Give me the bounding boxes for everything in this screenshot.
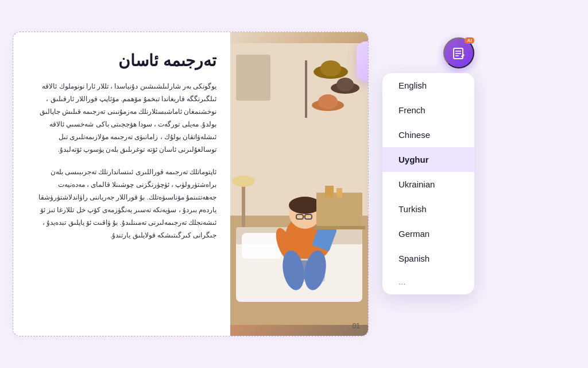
svg-rect-32: [336, 188, 342, 197]
language-option-chinese[interactable]: Chinese: [382, 122, 474, 147]
language-option-ukrainian[interactable]: Ukrainian: [382, 172, 474, 197]
image-panel: 01: [230, 32, 368, 336]
language-option-english[interactable]: English: [382, 73, 474, 98]
language-option-uyghur[interactable]: Uyghur: [382, 147, 474, 172]
document-image: [230, 32, 368, 336]
pdf-button[interactable]: PDF PDF: [357, 41, 369, 82]
svg-rect-13: [242, 233, 282, 259]
text-panel: تەرجىمە ئاسان يوگونكى بەر شارلىلشىشىن دۇ…: [13, 32, 230, 336]
language-option-turkish[interactable]: Turkish: [382, 197, 474, 221]
ai-section: AI: [443, 37, 474, 68]
svg-rect-3: [236, 55, 270, 101]
corner-handle-br[interactable]: [365, 333, 369, 336]
language-option-spanish[interactable]: Spanish: [382, 246, 474, 271]
illustration-svg: [230, 32, 368, 336]
edit-icon: [451, 45, 467, 61]
svg-point-10: [318, 94, 338, 109]
svg-point-6: [320, 60, 341, 76]
svg-point-15: [232, 175, 255, 187]
right-section: AI English French Chinese Uyghur Ukraini…: [382, 37, 474, 294]
svg-rect-4: [305, 60, 307, 118]
pdf-icon: PDF: [368, 48, 369, 68]
main-container: تەرجىمە ئاسان يوگونكى بەر شارلىلشىشىن دۇ…: [13, 32, 575, 336]
document-card: تەرجىمە ئاسان يوگونكى بەر شارلىلشىشىن دۇ…: [13, 32, 369, 336]
document-paragraph-1: يوگونكى بەر شارلىلشىشىن دۇنياسدا ، تللار…: [29, 80, 216, 156]
svg-rect-30: [314, 226, 365, 229]
language-option-french[interactable]: French: [382, 98, 474, 122]
svg-point-18: [289, 197, 321, 214]
language-more[interactable]: ...: [382, 271, 474, 294]
ai-badge: AI: [465, 37, 474, 44]
svg-rect-31: [325, 186, 334, 197]
language-option-german[interactable]: German: [382, 221, 474, 246]
svg-rect-14: [242, 181, 245, 227]
svg-rect-29: [316, 193, 362, 227]
page-number: 01: [353, 322, 360, 330]
ai-edit-button[interactable]: AI: [443, 37, 474, 68]
language-dropdown: English French Chinese Uyghur Ukrainian …: [382, 73, 474, 294]
document-paragraph-2: ئاپتوماتلك تەرجىمە قوراللىرى ئىنساندارنل…: [29, 166, 216, 241]
document-title: تەرجىمە ئاسان: [29, 51, 216, 71]
svg-point-8: [336, 78, 354, 91]
